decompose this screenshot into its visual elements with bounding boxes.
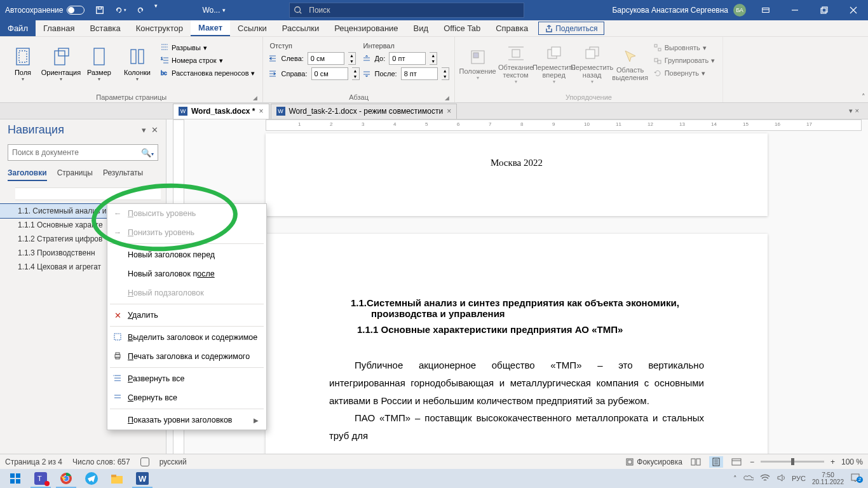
word-icon: W bbox=[179, 107, 187, 116]
indent-left-input[interactable] bbox=[308, 52, 344, 65]
nav-search[interactable]: 🔍▾ bbox=[8, 144, 158, 161]
nav-search-input[interactable] bbox=[12, 148, 141, 157]
svg-rect-38 bbox=[10, 479, 15, 484]
menu-home[interactable]: Главная bbox=[36, 20, 82, 36]
breaks-button[interactable]: Разрывы▾ bbox=[158, 42, 257, 53]
spinner[interactable]: ▲▼ bbox=[430, 52, 437, 65]
spinner[interactable]: ▲▼ bbox=[352, 67, 360, 80]
share-button[interactable]: Поделиться bbox=[538, 22, 604, 35]
ctx-collapse-all[interactable]: Свернуть все bbox=[107, 388, 266, 407]
search-icon[interactable]: 🔍▾ bbox=[141, 148, 154, 158]
explorer-icon[interactable] bbox=[104, 469, 130, 488]
web-layout-icon[interactable] bbox=[729, 456, 743, 468]
dialog-launcher-icon[interactable]: ◢ bbox=[445, 95, 449, 101]
print-layout-icon[interactable] bbox=[709, 456, 723, 468]
ctx-new-after[interactable]: Новый заголовок после bbox=[107, 264, 266, 283]
tray-lang[interactable]: РУС bbox=[792, 475, 806, 482]
search-box[interactable]: Поиск bbox=[289, 3, 524, 18]
tray-chevron-icon[interactable]: ˄ bbox=[733, 475, 737, 483]
menu-mailings[interactable]: Рассылки bbox=[275, 20, 327, 36]
ctx-delete[interactable]: ✕Удалить bbox=[107, 306, 266, 325]
doc-tab-1[interactable]: W Word_task.docx * × bbox=[173, 104, 269, 119]
start-button[interactable] bbox=[3, 469, 28, 488]
user-area[interactable]: Барсукова Анастасия Сергеевна БА bbox=[612, 4, 746, 17]
redo-icon[interactable] bbox=[133, 3, 148, 18]
ribbon-page-setup: Поля▾ Ориентация▾ Размер▾ Колонки▾ Разры… bbox=[0, 37, 263, 102]
h-ruler[interactable]: 1234567891011121314151617 bbox=[266, 119, 862, 131]
focus-mode[interactable]: Фокусировка bbox=[625, 458, 682, 466]
indent-right-input[interactable] bbox=[311, 67, 348, 80]
menu-help[interactable]: Справка bbox=[488, 20, 536, 36]
menu-references[interactable]: Ссылки bbox=[230, 20, 275, 36]
svg-rect-23 bbox=[658, 48, 661, 51]
margins-button[interactable]: Поля▾ bbox=[5, 39, 41, 89]
size-button[interactable]: Размер▾ bbox=[81, 39, 117, 89]
ctx-show-levels[interactable]: Показать уровни заголовков▶ bbox=[107, 410, 266, 430]
status-page[interactable]: Страница 2 из 4 bbox=[5, 458, 62, 466]
wifi-icon[interactable] bbox=[760, 474, 770, 483]
menu-design[interactable]: Конструктор bbox=[128, 20, 191, 36]
collapse-ribbon-icon[interactable]: ˄ bbox=[862, 93, 865, 101]
onedrive-icon[interactable] bbox=[743, 474, 754, 483]
orientation-button[interactable]: Ориентация▾ bbox=[43, 39, 79, 89]
telegram-icon[interactable] bbox=[79, 469, 104, 488]
space-after-icon bbox=[362, 69, 371, 78]
notifications-icon[interactable]: 2 bbox=[850, 473, 860, 484]
nav-close-icon[interactable]: ✕ bbox=[151, 125, 158, 135]
nav-tab-pages[interactable]: Страницы bbox=[57, 168, 93, 181]
tray-clock[interactable]: 7:5020.11.2022 bbox=[812, 471, 844, 485]
minimize-button[interactable] bbox=[780, 0, 810, 20]
line-numbers-button[interactable]: 1Номера строк▾ bbox=[158, 55, 257, 66]
hyphenation-button[interactable]: bcРасстановка переносов▾ bbox=[158, 67, 257, 79]
teams-icon[interactable]: T bbox=[28, 469, 53, 488]
menu-officetab[interactable]: Office Tab bbox=[436, 20, 488, 36]
volume-icon[interactable] bbox=[776, 473, 785, 484]
word-taskbar-icon[interactable]: W bbox=[130, 469, 155, 488]
autosave-toggle[interactable]: Автосохранение bbox=[5, 6, 85, 15]
svg-rect-37 bbox=[16, 473, 20, 478]
status-words[interactable]: Число слов: 657 bbox=[72, 458, 130, 466]
ctx-expand-all[interactable]: Развернуть все bbox=[107, 369, 266, 388]
columns-button[interactable]: Колонки▾ bbox=[119, 39, 155, 89]
doc-tab-2[interactable]: W Word_task-2-1.docx - режим совместимос… bbox=[271, 104, 458, 119]
close-tab-icon[interactable]: × bbox=[447, 107, 451, 116]
zoom-slider[interactable] bbox=[761, 461, 824, 463]
nav-tab-results[interactable]: Результаты bbox=[103, 168, 143, 181]
menu-review[interactable]: Рецензирование bbox=[327, 20, 405, 36]
svg-rect-21 bbox=[586, 50, 595, 58]
svg-rect-28 bbox=[116, 353, 119, 355]
print-icon bbox=[112, 351, 123, 362]
svg-rect-12 bbox=[139, 50, 144, 64]
maximize-button[interactable] bbox=[810, 0, 839, 20]
close-button[interactable] bbox=[839, 0, 868, 20]
status-lang[interactable]: русский bbox=[159, 458, 187, 466]
spinner[interactable]: ▲▼ bbox=[442, 67, 449, 80]
dialog-launcher-icon[interactable]: ◢ bbox=[253, 95, 257, 101]
spinner[interactable]: ▲▼ bbox=[348, 52, 356, 65]
menu-file[interactable]: Файл bbox=[0, 20, 36, 36]
menu-insert[interactable]: Вставка bbox=[82, 20, 128, 36]
tabs-menu-icon[interactable]: ▾ bbox=[849, 107, 853, 115]
menu-layout[interactable]: Макет bbox=[191, 20, 230, 36]
ctx-select[interactable]: Выделить заголовок и содержимое bbox=[107, 328, 266, 347]
space-before-input[interactable] bbox=[389, 52, 426, 65]
record-icon[interactable] bbox=[140, 458, 149, 466]
undo-icon[interactable]: ▾ bbox=[112, 3, 128, 18]
toggle-switch[interactable] bbox=[67, 6, 85, 15]
zoom-in-icon[interactable]: + bbox=[831, 458, 835, 466]
document-area[interactable]: 1234567891011121314151617 Москва 2022 1.… bbox=[166, 119, 868, 465]
ctx-new-before[interactable]: Новый заголовок перед bbox=[107, 245, 266, 264]
zoom-out-icon[interactable]: − bbox=[750, 458, 754, 466]
nav-tab-headings[interactable]: Заголовки bbox=[8, 168, 47, 181]
menu-view[interactable]: Вид bbox=[406, 20, 437, 36]
close-tab-icon[interactable]: × bbox=[259, 107, 263, 116]
zoom-level[interactable]: 100 % bbox=[841, 458, 863, 466]
ribbon-display-icon[interactable] bbox=[751, 0, 780, 20]
chrome-icon[interactable] bbox=[53, 469, 79, 488]
save-icon[interactable] bbox=[92, 3, 107, 18]
ctx-print[interactable]: Печать заголовка и содержимого bbox=[107, 347, 266, 366]
tabs-close-icon[interactable]: × bbox=[855, 107, 859, 115]
space-after-input[interactable] bbox=[401, 67, 438, 80]
read-mode-icon[interactable] bbox=[689, 456, 703, 468]
nav-menu-icon[interactable]: ▾ bbox=[142, 125, 146, 135]
